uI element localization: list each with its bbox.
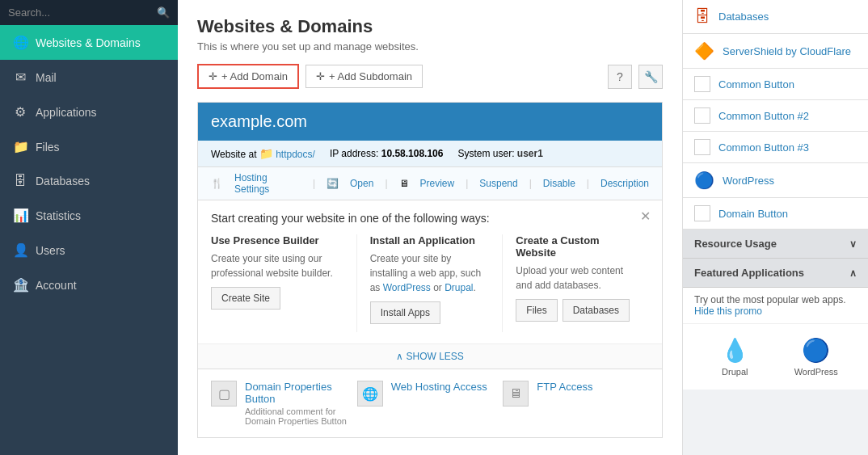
hosting-icon: 🍴 bbox=[211, 178, 223, 189]
custom-website-text: Upload your web content and add database… bbox=[516, 263, 636, 293]
rp-databases-link[interactable]: Databases bbox=[718, 11, 769, 23]
create-site-button[interactable]: Create Site bbox=[211, 287, 280, 310]
sidebar-item-label: Applications bbox=[36, 106, 97, 119]
sidebar-item-statistics[interactable]: 📊 Statistics bbox=[0, 198, 178, 233]
rp-common1[interactable]: Common Button bbox=[683, 69, 868, 100]
install-app-heading: Install an Application bbox=[370, 234, 490, 246]
add-domain-label: + Add Domain bbox=[221, 70, 288, 82]
featured-desc: Try out the most popular web apps. Hide … bbox=[683, 288, 868, 324]
wordpress-app-icon: 🔵 bbox=[802, 337, 830, 364]
domain-extras: ▢ Domain Properties Button Additional co… bbox=[198, 369, 662, 437]
help-button[interactable]: ? bbox=[608, 65, 632, 89]
featured-drupal[interactable]: 💧 Drupal bbox=[694, 332, 776, 381]
sidebar-item-users[interactable]: 👤 Users bbox=[0, 233, 178, 268]
featured-apps-section[interactable]: Featured Applications ∧ bbox=[683, 259, 868, 288]
page-subtitle: This is where you set up and manage webs… bbox=[197, 40, 663, 53]
sidebar: 🔍 🌐 Websites & Domains ✉ Mail ⚙ Applicat… bbox=[0, 0, 178, 455]
close-start-box-button[interactable]: ✕ bbox=[640, 209, 651, 224]
rp-domainbtn-link[interactable]: Domain Button bbox=[718, 208, 788, 220]
install-app-text: Create your site by installing a web app… bbox=[370, 251, 490, 295]
preview-link[interactable]: Preview bbox=[420, 178, 455, 189]
sidebar-item-label: Statistics bbox=[36, 209, 81, 222]
rp-common3[interactable]: Common Button #3 bbox=[683, 132, 868, 163]
show-less-button[interactable]: ∧ SHOW LESS bbox=[198, 343, 662, 369]
sidebar-item-label: Databases bbox=[36, 175, 90, 187]
rp-common3-link[interactable]: Common Button #3 bbox=[718, 141, 809, 154]
files-button[interactable]: Files bbox=[516, 299, 557, 322]
domain-header: example.com bbox=[198, 103, 662, 141]
web-hosting-icon: 🌐 bbox=[357, 381, 383, 407]
web-hosting-link[interactable]: Web Hosting Access bbox=[391, 381, 487, 393]
rp-domainbtn-icon bbox=[694, 205, 710, 221]
featured-apps-label: Featured Applications bbox=[694, 267, 804, 279]
sidebar-item-websites[interactable]: 🌐 Websites & Domains bbox=[0, 25, 178, 60]
sidebar-item-databases[interactable]: 🗄 Databases bbox=[0, 164, 178, 198]
rp-common2[interactable]: Common Button #2 bbox=[683, 100, 868, 132]
featured-wordpress[interactable]: 🔵 WordPress bbox=[776, 332, 857, 381]
folder-icon: 📁 bbox=[259, 147, 273, 160]
sidebar-item-files[interactable]: 📁 Files bbox=[0, 129, 178, 164]
sidebar-item-label: Mail bbox=[36, 71, 57, 84]
statistics-icon: 📊 bbox=[13, 208, 27, 223]
add-domain-button[interactable]: ✛ + Add Domain bbox=[197, 64, 299, 89]
sidebar-item-label: Users bbox=[36, 244, 65, 257]
rp-servershield[interactable]: 🔶 ServerShield by CloudFlare bbox=[683, 34, 868, 69]
add-subdomain-label: + Add Subdomain bbox=[329, 70, 412, 82]
hide-promo-link[interactable]: Hide this promo bbox=[694, 305, 857, 317]
featured-desc-text: Try out the most popular web apps. bbox=[694, 294, 846, 305]
right-panel: 🗄 Databases 🔶 ServerShield by CloudFlare… bbox=[682, 0, 868, 455]
sidebar-item-applications[interactable]: ⚙ Applications bbox=[0, 95, 178, 129]
domain-links: 🍴 Hosting Settings | 🔄 Open | 🖥 Preview … bbox=[198, 167, 662, 200]
drupal-link[interactable]: Drupal bbox=[445, 282, 473, 293]
open-link[interactable]: Open bbox=[350, 178, 373, 189]
databases-icon: 🗄 bbox=[13, 174, 27, 188]
rp-wordpress[interactable]: 🔵 WordPress bbox=[683, 163, 868, 198]
add-subdomain-button[interactable]: ✛ + Add Subdomain bbox=[305, 65, 423, 88]
httpdocs-link[interactable]: httpdocs/ bbox=[276, 149, 315, 160]
rp-common2-link[interactable]: Common Button #2 bbox=[718, 110, 809, 122]
mail-icon: ✉ bbox=[13, 70, 27, 85]
rp-servershield-link[interactable]: ServerShield by CloudFlare bbox=[723, 45, 851, 57]
search-bar: 🔍 bbox=[0, 0, 178, 25]
databases-button[interactable]: Databases bbox=[563, 299, 630, 322]
users-icon: 👤 bbox=[13, 242, 27, 258]
sidebar-item-mail[interactable]: ✉ Mail bbox=[0, 60, 178, 95]
ip-value: 10.58.108.106 bbox=[381, 148, 444, 159]
sidebar-item-label: Websites & Domains bbox=[36, 36, 141, 49]
install-apps-button[interactable]: Install Apps bbox=[370, 301, 440, 324]
rp-wordpress-icon: 🔵 bbox=[694, 171, 714, 190]
suspend-link[interactable]: Suspend bbox=[479, 178, 517, 189]
start-box: Start creating your website in one of th… bbox=[198, 200, 662, 343]
files-icon: 📁 bbox=[13, 139, 27, 154]
description-link[interactable]: Description bbox=[600, 178, 649, 189]
wordpress-label: WordPress bbox=[794, 367, 838, 377]
resource-usage-section[interactable]: Resource Usage ∨ bbox=[683, 230, 868, 259]
drupal-icon: 💧 bbox=[721, 337, 749, 364]
resource-usage-chevron: ∨ bbox=[849, 238, 857, 250]
rp-domainbtn[interactable]: Domain Button bbox=[683, 198, 868, 230]
start-grid: Use Presence Builder Create your site us… bbox=[211, 234, 649, 332]
sidebar-item-label: Account bbox=[36, 279, 77, 292]
rp-wordpress-link[interactable]: WordPress bbox=[723, 175, 774, 187]
website-at-label: Website at 📁 httpdocs/ bbox=[211, 147, 315, 160]
resource-usage-label: Resource Usage bbox=[694, 238, 777, 250]
sidebar-item-account[interactable]: 🏦 Account bbox=[0, 268, 178, 302]
search-icon: 🔍 bbox=[157, 6, 170, 19]
rp-common3-icon bbox=[694, 139, 710, 155]
wordpress-link[interactable]: WordPress bbox=[383, 282, 431, 293]
presence-builder-heading: Use Presence Builder bbox=[211, 234, 343, 246]
disable-link[interactable]: Disable bbox=[543, 178, 575, 189]
domain-properties-link[interactable]: Domain Properties Button bbox=[245, 381, 332, 405]
search-input[interactable] bbox=[8, 6, 152, 19]
rp-servershield-icon: 🔶 bbox=[694, 41, 714, 61]
settings-button[interactable]: 🔧 bbox=[638, 65, 663, 89]
ftp-link[interactable]: FTP Access bbox=[537, 381, 592, 393]
applications-icon: ⚙ bbox=[13, 104, 27, 120]
domain-info: Website at 📁 httpdocs/ IP address: 10.58… bbox=[198, 141, 662, 167]
plus-icon2: ✛ bbox=[316, 70, 325, 82]
rp-databases[interactable]: 🗄 Databases bbox=[683, 0, 868, 34]
ftp-access-item: 🖥 FTP Access bbox=[503, 381, 649, 426]
rp-common1-link[interactable]: Common Button bbox=[718, 78, 794, 91]
hosting-settings-link[interactable]: Hosting Settings bbox=[234, 172, 301, 195]
user-value: user1 bbox=[517, 148, 543, 159]
